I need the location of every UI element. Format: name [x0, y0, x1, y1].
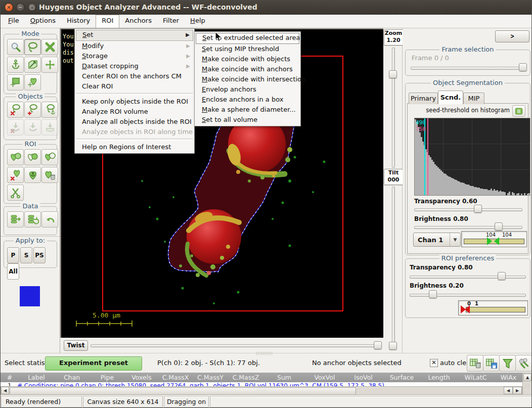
seg-brightness-handle[interactable]: [495, 222, 503, 231]
table-scroll-right-icon[interactable]: ▶: [513, 387, 522, 394]
lasso-delete-button[interactable]: [7, 102, 24, 118]
zoom-slider-track[interactable]: [392, 48, 395, 168]
range-marker-right[interactable]: [494, 237, 499, 245]
roi-menu-item-modify[interactable]: Modify▶: [76, 41, 193, 51]
table-hscrollbar[interactable]: ◀ :::::: ◀ ▶: [1, 386, 522, 395]
seg-transparency-track[interactable]: [414, 208, 522, 211]
statistics-table-row[interactable]: 1 # Conditions: pipe 0 chan 0: thresh 15…: [1, 382, 522, 386]
roi-menu-item-set[interactable]: Set▶: [76, 30, 193, 41]
column-header-pipe[interactable]: Pipe: [90, 373, 125, 382]
close-icon[interactable]: ✕: [5, 3, 13, 12]
seed-threshold-histogram[interactable]: 490 750: [414, 118, 530, 196]
sash-grip[interactable]: ||||||||||: [256, 352, 273, 354]
hscroll-thumb[interactable]: [10, 387, 356, 395]
roi-union-button[interactable]: [7, 149, 24, 165]
hist-options-button[interactable]: [512, 105, 525, 117]
roi-range-widget[interactable]: 0 1: [458, 300, 528, 315]
roi-intersect-button[interactable]: [24, 149, 41, 165]
table-vscrollbar[interactable]: ▲ ::::::: [522, 373, 532, 395]
menu-file[interactable]: File: [3, 15, 25, 28]
column-header-isovol[interactable]: IsoVol: [344, 373, 382, 382]
tilt-slider-track[interactable]: [392, 187, 395, 349]
roi-submenu-item-envelop-anchors[interactable]: Envelop anchors: [196, 84, 299, 95]
seg-brightness-track[interactable]: [414, 226, 522, 229]
apply-p-button[interactable]: P: [7, 247, 19, 263]
column-header-chan[interactable]: Chan: [54, 373, 90, 382]
roi-subtract-button[interactable]: [41, 149, 58, 165]
apply-s-button[interactable]: S: [20, 247, 32, 263]
seg-range-widget[interactable]: 104 104: [461, 231, 527, 247]
statistics-table-header[interactable]: #LabelChanPipeVoxelsC.MassXC.MassYC.Mass…: [1, 373, 522, 382]
roi-menu-item-dataset-cropping[interactable]: Dataset cropping▶: [76, 61, 193, 71]
tab-scnd[interactable]: Scnd.: [438, 90, 463, 104]
flip-button[interactable]: [24, 57, 41, 73]
table-trash-button[interactable]: [467, 355, 483, 372]
roi-transparency-handle[interactable]: [498, 272, 506, 280]
cross-button[interactable]: [41, 39, 58, 55]
move-button[interactable]: [41, 57, 58, 73]
data-export-button[interactable]: [7, 211, 24, 228]
table-save-button[interactable]: [483, 355, 500, 372]
seg-transparency-handle[interactable]: [474, 205, 482, 213]
roi-menu-item-storage[interactable]: Storage▶: [76, 51, 193, 61]
roi-anchor-button[interactable]: [24, 167, 41, 183]
anchor-button[interactable]: [7, 57, 24, 73]
roi-submenu-item-set-to-extruded-selected-area[interactable]: Set to extruded selected area: [196, 33, 299, 44]
roi-submenu-item-make-coincide-with-anchors[interactable]: Make coincide with anchors: [196, 64, 299, 74]
scroll-up-icon[interactable]: ▲: [523, 374, 531, 381]
column-header-wilatc[interactable]: WiLatC: [457, 373, 495, 382]
roi-submenu-item-set-to-all-volume[interactable]: Set to all volume: [196, 115, 299, 125]
chevron-down-icon[interactable]: ▼: [450, 233, 460, 246]
apply-ps-button[interactable]: PS: [33, 247, 46, 263]
roi-brightness-handle[interactable]: [429, 290, 437, 298]
channel-select[interactable]: Chan 1 ▼: [413, 233, 461, 247]
range-marker-left[interactable]: [487, 237, 492, 245]
scroll-left-icon[interactable]: ◀: [1, 387, 9, 394]
roi-submenu-item-make-a-sphere-of-diameter[interactable]: Make a sphere of diameter...: [196, 105, 299, 115]
roi-menu-item-center-roi-on-the-anchors-cm[interactable]: Center ROI on the anchors CM: [76, 71, 193, 81]
roi-menu-item-clear-roi[interactable]: Clear ROI: [76, 81, 193, 92]
menu-roi[interactable]: ROI: [96, 15, 119, 28]
column-header-cmassz[interactable]: C.MassZ: [228, 373, 263, 382]
column-header-voxels[interactable]: Voxels: [125, 373, 158, 382]
apply-all-button[interactable]: All: [7, 263, 19, 280]
lasso-add-button[interactable]: [24, 102, 41, 118]
pick-delete-button[interactable]: [7, 119, 24, 135]
column-header-label[interactable]: Label: [19, 373, 54, 382]
column-header-voxvol[interactable]: VoxVol: [305, 373, 344, 382]
roi-submenu-item-make-coincide-with-intersection[interactable]: Make coincide with intersection: [196, 74, 299, 84]
frame-slider-track[interactable]: [411, 67, 526, 70]
roi-color-swatch[interactable]: [20, 286, 40, 306]
roi-range-marker-right[interactable]: [465, 305, 470, 313]
magnifier-button[interactable]: [7, 39, 24, 55]
title-bar[interactable]: ✕ − ▢ Huygens Object Analyzer Advanced -…: [1, 1, 532, 15]
roi-delete-button[interactable]: [7, 167, 24, 183]
frame-slider-handle[interactable]: [519, 63, 527, 71]
tilt-slider-handle[interactable]: [389, 342, 397, 350]
heart-move-button[interactable]: [24, 74, 41, 90]
table-scroll-left-icon[interactable]: ◀: [504, 387, 513, 394]
roi-menu-item-keep-only-objects-inside-the-roi[interactable]: Keep only objects inside the ROI: [76, 97, 193, 107]
menu-options[interactable]: Options: [25, 15, 61, 28]
funnel-button[interactable]: [499, 355, 516, 372]
roi-trash-button[interactable]: [41, 167, 58, 183]
expand-panel-button[interactable]: >: [495, 30, 529, 42]
data-refresh-button[interactable]: [24, 211, 41, 228]
tools-button[interactable]: [515, 355, 532, 372]
roi-cut-button[interactable]: [7, 185, 24, 201]
data-undo-button[interactable]: [41, 211, 58, 228]
column-header-wiax[interactable]: WiAx: [495, 373, 522, 382]
roi-menu-item-help-on-regions-of-interest[interactable]: Help on Regions of Interest: [76, 142, 193, 152]
roi-menu-item-analyze-roi-volume[interactable]: Analyze ROI volume: [76, 107, 193, 117]
column-header-cmassy[interactable]: C.MassY: [193, 373, 228, 382]
column-header-[interactable]: #: [1, 373, 19, 382]
pick-button[interactable]: [24, 119, 41, 135]
menu-help[interactable]: Help: [185, 15, 211, 28]
roi-submenu-item-enclose-anchors-in-a-box[interactable]: Enclose anchors in a box: [196, 95, 299, 105]
auto-clean-checkbox[interactable]: ✕: [430, 359, 438, 367]
twist-slider-track[interactable]: [91, 344, 381, 347]
roi-menu-item-analyze-all-objects-inside-the-roi[interactable]: Analyze all objects inside the ROI: [76, 117, 193, 127]
pick-hand-button[interactable]: [41, 119, 58, 135]
minimize-icon[interactable]: −: [16, 3, 25, 12]
tab-primary[interactable]: Primary: [409, 93, 438, 104]
